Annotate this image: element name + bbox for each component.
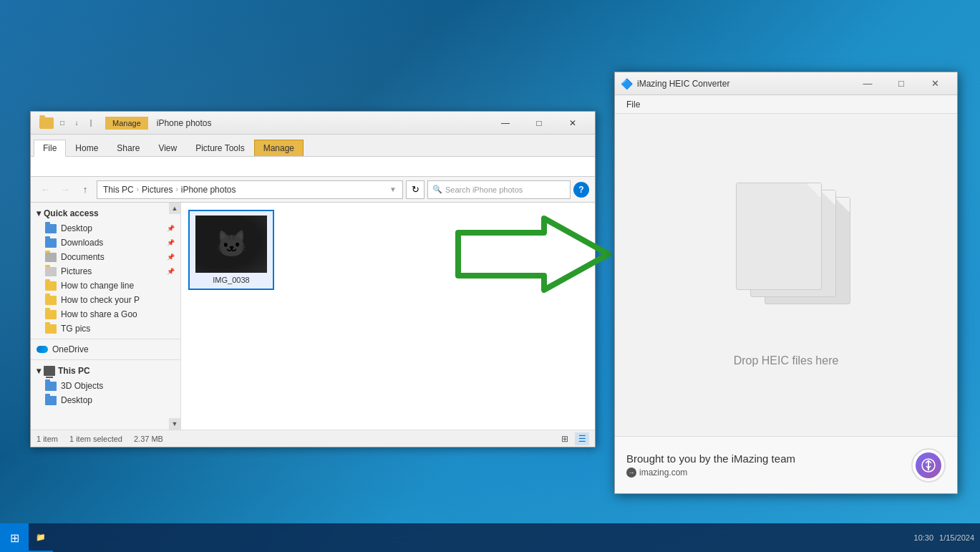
sidebar-section-quick-access[interactable]: ▾ Quick access bbox=[31, 205, 180, 221]
ribbon-tab-home[interactable]: Home bbox=[66, 140, 107, 156]
doc-stack bbox=[722, 183, 850, 340]
ribbon-tab-view[interactable]: View bbox=[149, 140, 186, 156]
status-bar: 1 item 1 item selected 2.37 MB ⊞ ☰ bbox=[31, 430, 595, 447]
file-thumbnail-img0038[interactable]: IMG_0038 bbox=[188, 210, 274, 290]
sidebar-tgpics-label: TG pics bbox=[61, 324, 90, 334]
titlebar-icon-3: | bbox=[85, 117, 97, 129]
imazing-drop-zone[interactable]: Drop HEIC files here bbox=[615, 114, 957, 436]
pictures-pin-icon: 📌 bbox=[167, 268, 175, 275]
taskbar-date: 1/15/2024 bbox=[939, 533, 974, 542]
up-button[interactable]: ↑ bbox=[77, 181, 94, 198]
imazing-footer: Brought to you by the iMazing team → ima… bbox=[615, 436, 957, 493]
sidebar-item-desktop[interactable]: Desktop 📌 bbox=[31, 221, 180, 236]
explorer-maximize-button[interactable]: □ bbox=[523, 112, 556, 135]
sidebar: ▲ ▾ Quick access Desktop 📌 Downloads 📌 D… bbox=[31, 203, 181, 430]
sidebar-divider-1 bbox=[31, 339, 180, 339]
sidebar-documents-label: Documents bbox=[61, 252, 105, 262]
thispc-chevron: ▾ bbox=[37, 366, 41, 376]
thispc-icon bbox=[44, 366, 55, 376]
manage-tab[interactable]: Manage bbox=[105, 117, 148, 130]
titlebar-icon-2: ↓ bbox=[71, 117, 82, 129]
taskbar-item-explorer[interactable]: 📁 bbox=[29, 523, 53, 552]
sidebar-pictures-label: Pictures bbox=[61, 266, 92, 276]
sidebar-item-howtochange[interactable]: How to change line bbox=[31, 279, 180, 293]
help-button[interactable]: ? bbox=[573, 182, 589, 198]
search-icon: 🔍 bbox=[432, 185, 442, 194]
svg-marker-0 bbox=[458, 218, 608, 290]
address-bar: ← → ↑ This PC › Pictures › iPhone photos… bbox=[31, 177, 595, 203]
explorer-titlebar: □ ↓ | Manage iPhone photos — □ ✕ bbox=[31, 112, 595, 135]
imazing-close-button[interactable]: ✕ bbox=[918, 72, 951, 95]
3dobjects-folder-icon bbox=[45, 382, 57, 391]
sidebar-item-tgpics[interactable]: TG pics bbox=[31, 321, 180, 336]
taskbar-explorer-icon: 📁 bbox=[36, 533, 46, 542]
ribbon-tab-share[interactable]: Share bbox=[107, 140, 149, 156]
sidebar-item-documents[interactable]: Documents 📌 bbox=[31, 250, 180, 264]
titlebar-icon-1: □ bbox=[57, 117, 68, 129]
footer-main-text: Brought to you by the iMazing team bbox=[626, 452, 903, 465]
taskbar-system-tray: 10:30 1/15/2024 bbox=[908, 533, 980, 542]
thumbnail-name: IMG_0038 bbox=[213, 276, 249, 284]
path-dropdown-arrow[interactable]: ▼ bbox=[389, 185, 397, 193]
sidebar-3dobjects-label: 3D Objects bbox=[61, 381, 103, 391]
imazing-title-icon: 🔷 bbox=[621, 78, 633, 89]
search-box[interactable]: 🔍 Search iPhone photos bbox=[427, 180, 571, 199]
path-arrow-2: › bbox=[175, 185, 178, 193]
path-iphonephotos: iPhone photos bbox=[181, 185, 236, 195]
arrow-container bbox=[451, 211, 616, 297]
explorer-close-button[interactable]: ✕ bbox=[556, 112, 589, 135]
ribbon-tabs: File Home Share View Picture Tools Manag… bbox=[31, 135, 595, 156]
forward-button[interactable]: → bbox=[57, 181, 74, 198]
explorer-window-controls: — □ ✕ bbox=[489, 112, 589, 135]
quick-access-chevron: ▾ bbox=[37, 208, 41, 218]
downloads-pin-icon: 📌 bbox=[167, 239, 175, 246]
documents-folder-icon bbox=[45, 253, 57, 262]
sidebar-desktop2-label: Desktop bbox=[61, 395, 92, 405]
sidebar-item-onedrive[interactable]: OneDrive bbox=[31, 342, 180, 357]
sidebar-item-3dobjects[interactable]: 3D Objects bbox=[31, 379, 180, 393]
refresh-button[interactable]: ↻ bbox=[406, 180, 424, 199]
status-item-count: 1 item bbox=[37, 435, 58, 443]
imazing-logo bbox=[911, 448, 946, 483]
desktop-folder-icon bbox=[45, 224, 57, 233]
view-list-button[interactable]: ☰ bbox=[575, 432, 589, 445]
footer-link-text: imazing.com bbox=[639, 468, 687, 478]
sidebar-item-desktop2[interactable]: Desktop bbox=[31, 393, 180, 407]
back-button[interactable]: ← bbox=[37, 181, 54, 198]
downloads-folder-icon bbox=[45, 238, 57, 248]
sidebar-scroll-up[interactable]: ▲ bbox=[169, 203, 180, 214]
address-path[interactable]: This PC › Pictures › iPhone photos ▼ bbox=[97, 180, 403, 199]
taskbar: ⊞ 📁 10:30 1/15/2024 bbox=[0, 523, 980, 552]
imazing-minimize-button[interactable]: — bbox=[851, 72, 884, 95]
sidebar-item-pictures[interactable]: Pictures 📌 bbox=[31, 264, 180, 279]
footer-link[interactable]: → imazing.com bbox=[626, 468, 903, 478]
sidebar-scroll-down[interactable]: ▼ bbox=[169, 418, 180, 430]
view-large-icons-button[interactable]: ⊞ bbox=[558, 432, 572, 445]
imazing-maximize-button[interactable]: □ bbox=[885, 72, 918, 95]
imazing-logo-inner bbox=[916, 452, 941, 478]
sidebar-desktop-label: Desktop bbox=[61, 223, 92, 233]
footer-text-block: Brought to you by the iMazing team → ima… bbox=[626, 452, 903, 478]
explorer-title: iPhone photos bbox=[157, 118, 486, 128]
sidebar-item-howtocheck[interactable]: How to check your P bbox=[31, 293, 180, 307]
folder-titlebar-icon bbox=[39, 117, 54, 129]
start-button[interactable]: ⊞ bbox=[0, 523, 29, 552]
desktop2-folder-icon bbox=[45, 396, 57, 405]
sidebar-divider-2 bbox=[31, 359, 180, 360]
sidebar-howtocheck-label: How to check your P bbox=[61, 295, 140, 305]
sidebar-item-downloads[interactable]: Downloads 📌 bbox=[31, 236, 180, 250]
sidebar-downloads-label: Downloads bbox=[61, 238, 103, 248]
status-filesize: 2.37 MB bbox=[134, 435, 163, 443]
imazing-menu-file[interactable]: File bbox=[621, 95, 646, 113]
ribbon-tab-manage[interactable]: Manage bbox=[254, 140, 304, 156]
onedrive-icon bbox=[37, 346, 48, 353]
ribbon-tab-file[interactable]: File bbox=[34, 140, 66, 157]
sidebar-item-howtoshare[interactable]: How to share a Goo bbox=[31, 307, 180, 321]
explorer-minimize-button[interactable]: — bbox=[489, 112, 522, 135]
footer-link-arrow-icon: → bbox=[626, 468, 636, 478]
sidebar-section-thispc[interactable]: ▾ This PC bbox=[31, 363, 180, 379]
ribbon-tab-picture-tools[interactable]: Picture Tools bbox=[186, 140, 253, 156]
drag-arrow-svg bbox=[451, 211, 616, 297]
sidebar-thispc-label: This PC bbox=[58, 366, 90, 376]
imazing-titlebar: 🔷 iMazing HEIC Converter — □ ✕ bbox=[615, 72, 957, 95]
